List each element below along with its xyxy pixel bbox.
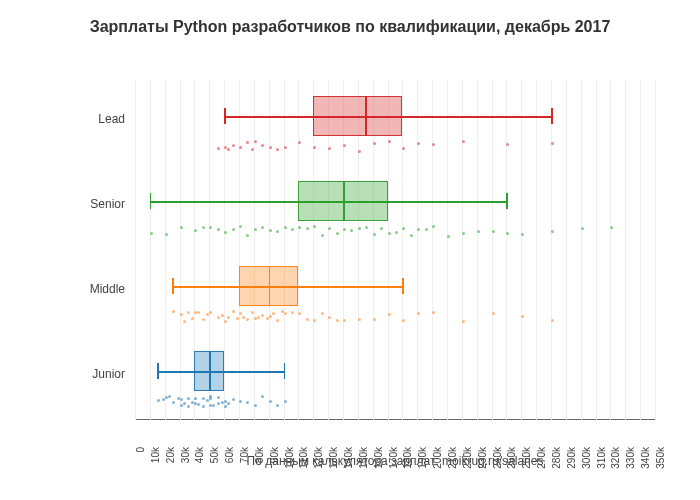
box-row-middle — [135, 252, 655, 332]
data-point — [180, 226, 183, 229]
data-point — [236, 317, 239, 320]
plot-area: 010k20k30k40k50k60k70k80k90k100k110k120k… — [135, 80, 655, 420]
data-point — [224, 405, 227, 408]
data-point — [194, 229, 197, 232]
data-point — [239, 146, 242, 149]
data-point — [343, 228, 346, 231]
data-point — [187, 311, 190, 314]
data-point — [197, 403, 200, 406]
points-strip — [135, 140, 655, 154]
data-point — [180, 313, 183, 316]
data-point — [206, 313, 209, 316]
data-point — [551, 142, 554, 145]
data-point — [217, 402, 220, 405]
data-point — [410, 234, 413, 237]
data-point — [336, 232, 339, 235]
whisker-cap — [224, 108, 226, 124]
data-point — [172, 401, 175, 404]
data-point — [402, 147, 405, 150]
data-point — [246, 318, 249, 321]
data-point — [417, 142, 420, 145]
data-point — [217, 228, 220, 231]
data-point — [284, 226, 287, 229]
data-point — [551, 230, 554, 233]
data-point — [246, 141, 249, 144]
data-point — [197, 311, 200, 314]
data-point — [373, 233, 376, 236]
data-point — [251, 311, 254, 314]
whisker-cap — [506, 193, 508, 209]
data-point — [432, 225, 435, 228]
median-line — [365, 96, 367, 136]
whisker-cap — [284, 363, 286, 379]
data-point — [254, 404, 257, 407]
data-point — [402, 319, 405, 322]
data-point — [257, 316, 260, 319]
data-point — [168, 395, 171, 398]
data-point — [521, 315, 524, 318]
data-point — [321, 312, 324, 315]
data-point — [224, 231, 227, 234]
data-point — [239, 225, 242, 228]
whisker-cap — [402, 278, 404, 294]
data-point — [388, 140, 391, 143]
data-point — [209, 311, 212, 314]
data-point — [239, 312, 242, 315]
data-point — [242, 316, 245, 319]
data-point — [254, 140, 257, 143]
data-point — [298, 226, 301, 229]
data-point — [298, 312, 301, 315]
data-point — [373, 318, 376, 321]
data-point — [521, 233, 524, 236]
y-tick-label: Senior — [75, 197, 125, 211]
data-point — [180, 398, 183, 401]
data-point — [232, 398, 235, 401]
data-point — [276, 404, 279, 407]
data-point — [202, 318, 205, 321]
data-point — [269, 315, 272, 318]
data-point — [212, 404, 215, 407]
data-point — [313, 146, 316, 149]
data-point — [402, 227, 405, 230]
data-point — [313, 225, 316, 228]
data-point — [165, 233, 168, 236]
x-axis — [135, 419, 655, 420]
data-point — [232, 310, 235, 313]
data-point — [432, 143, 435, 146]
data-point — [358, 318, 361, 321]
data-point — [291, 311, 294, 314]
data-point — [321, 234, 324, 237]
data-point — [291, 228, 294, 231]
data-point — [183, 320, 186, 323]
data-point — [388, 313, 391, 316]
data-point — [187, 405, 190, 408]
median-line — [343, 181, 345, 221]
data-point — [254, 228, 257, 231]
data-point — [417, 228, 420, 231]
data-point — [227, 316, 230, 319]
data-point — [246, 234, 249, 237]
data-point — [232, 228, 235, 231]
data-point — [224, 320, 227, 323]
data-point — [477, 230, 480, 233]
y-tick-label: Lead — [75, 112, 125, 126]
data-point — [373, 142, 376, 145]
data-point — [261, 226, 264, 229]
data-point — [581, 227, 584, 230]
data-point — [217, 316, 220, 319]
data-point — [261, 144, 264, 147]
data-point — [328, 227, 331, 230]
points-strip — [135, 225, 655, 239]
box-row-senior — [135, 167, 655, 247]
data-point — [328, 316, 331, 319]
data-point — [462, 140, 465, 143]
data-point — [172, 310, 175, 313]
data-point — [358, 150, 361, 153]
data-point — [202, 397, 205, 400]
data-point — [313, 319, 316, 322]
data-point — [350, 229, 353, 232]
points-strip — [135, 310, 655, 324]
data-point — [432, 311, 435, 314]
data-point — [388, 232, 391, 235]
data-point — [425, 228, 428, 231]
